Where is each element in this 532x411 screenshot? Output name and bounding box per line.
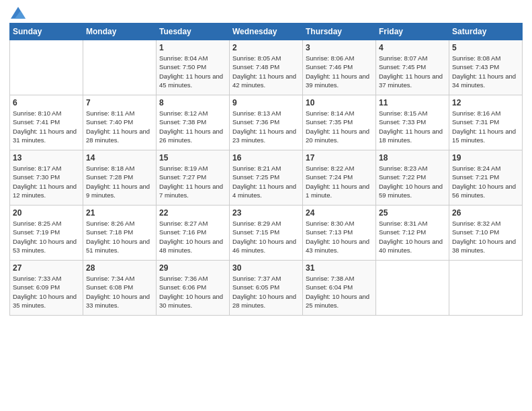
calendar-cell: 9Sunrise: 8:13 AM Sunset: 7:36 PM Daylig… — [230, 95, 303, 150]
calendar-table: SundayMondayTuesdayWednesdayThursdayFrid… — [9, 23, 523, 316]
calendar-cell: 16Sunrise: 8:21 AM Sunset: 7:25 PM Dayli… — [230, 150, 303, 205]
calendar-cell: 7Sunrise: 8:11 AM Sunset: 7:40 PM Daylig… — [83, 95, 157, 150]
calendar-cell: 21Sunrise: 8:26 AM Sunset: 7:18 PM Dayli… — [83, 205, 157, 261]
calendar-cell: 15Sunrise: 8:19 AM Sunset: 7:27 PM Dayli… — [157, 150, 230, 205]
calendar-week-row: 13Sunrise: 8:17 AM Sunset: 7:30 PM Dayli… — [10, 150, 523, 205]
day-number: 6 — [13, 98, 80, 107]
day-number: 3 — [306, 43, 373, 52]
day-info: Sunrise: 8:23 AM Sunset: 7:22 PM Dayligh… — [379, 164, 446, 199]
calendar-cell — [10, 40, 83, 95]
day-number: 5 — [452, 43, 519, 52]
calendar-cell: 2Sunrise: 8:05 AM Sunset: 7:48 PM Daylig… — [230, 40, 303, 95]
day-info: Sunrise: 7:33 AM Sunset: 6:09 PM Dayligh… — [13, 274, 80, 310]
day-info: Sunrise: 8:30 AM Sunset: 7:13 PM Dayligh… — [306, 219, 373, 255]
day-number: 28 — [86, 263, 153, 273]
column-header-sunday: Sunday — [10, 24, 83, 40]
day-number: 27 — [13, 263, 80, 273]
column-header-thursday: Thursday — [303, 24, 376, 40]
calendar-cell: 27Sunrise: 7:33 AM Sunset: 6:09 PM Dayli… — [10, 261, 83, 316]
day-number: 7 — [86, 98, 153, 107]
day-info: Sunrise: 8:25 AM Sunset: 7:19 PM Dayligh… — [13, 219, 80, 255]
day-number: 13 — [13, 153, 80, 163]
day-number: 4 — [379, 43, 446, 52]
day-info: Sunrise: 8:29 AM Sunset: 7:15 PM Dayligh… — [232, 219, 300, 255]
day-number: 18 — [379, 153, 446, 163]
day-number: 16 — [232, 153, 300, 163]
day-info: Sunrise: 8:31 AM Sunset: 7:12 PM Dayligh… — [379, 219, 446, 255]
day-number: 25 — [379, 208, 446, 218]
day-number: 21 — [86, 208, 153, 218]
calendar-cell: 18Sunrise: 8:23 AM Sunset: 7:22 PM Dayli… — [376, 150, 449, 205]
calendar-week-row: 6Sunrise: 8:10 AM Sunset: 7:41 PM Daylig… — [10, 95, 523, 150]
day-number: 20 — [13, 208, 80, 218]
calendar-cell: 4Sunrise: 8:07 AM Sunset: 7:45 PM Daylig… — [376, 40, 449, 95]
calendar-cell — [83, 40, 157, 95]
day-number: 9 — [232, 98, 300, 107]
day-number: 10 — [306, 98, 373, 107]
day-info: Sunrise: 8:17 AM Sunset: 7:30 PM Dayligh… — [13, 164, 80, 199]
day-number: 8 — [159, 98, 226, 107]
calendar-cell: 5Sunrise: 8:08 AM Sunset: 7:43 PM Daylig… — [449, 40, 523, 95]
day-info: Sunrise: 8:16 AM Sunset: 7:31 PM Dayligh… — [452, 109, 519, 144]
page-header — [9, 7, 523, 19]
day-info: Sunrise: 7:34 AM Sunset: 6:08 PM Dayligh… — [86, 274, 153, 310]
day-info: Sunrise: 7:36 AM Sunset: 6:06 PM Dayligh… — [159, 274, 226, 310]
day-info: Sunrise: 8:05 AM Sunset: 7:48 PM Dayligh… — [232, 54, 300, 89]
calendar-cell: 11Sunrise: 8:15 AM Sunset: 7:33 PM Dayli… — [376, 95, 449, 150]
column-header-wednesday: Wednesday — [230, 24, 303, 40]
day-info: Sunrise: 7:37 AM Sunset: 6:05 PM Dayligh… — [232, 274, 300, 310]
calendar-cell: 22Sunrise: 8:27 AM Sunset: 7:16 PM Dayli… — [157, 205, 230, 261]
day-number: 29 — [159, 263, 226, 273]
calendar-cell: 1Sunrise: 8:04 AM Sunset: 7:50 PM Daylig… — [157, 40, 230, 95]
day-info: Sunrise: 8:27 AM Sunset: 7:16 PM Dayligh… — [159, 219, 226, 255]
day-info: Sunrise: 8:06 AM Sunset: 7:46 PM Dayligh… — [306, 54, 373, 89]
day-info: Sunrise: 8:26 AM Sunset: 7:18 PM Dayligh… — [86, 219, 153, 255]
day-info: Sunrise: 8:08 AM Sunset: 7:43 PM Dayligh… — [452, 54, 519, 89]
calendar-cell: 14Sunrise: 8:18 AM Sunset: 7:28 PM Dayli… — [83, 150, 157, 205]
day-info: Sunrise: 8:07 AM Sunset: 7:45 PM Dayligh… — [379, 54, 446, 89]
calendar-cell: 23Sunrise: 8:29 AM Sunset: 7:15 PM Dayli… — [230, 205, 303, 261]
day-number: 23 — [232, 208, 300, 218]
calendar-cell: 17Sunrise: 8:22 AM Sunset: 7:24 PM Dayli… — [303, 150, 376, 205]
day-number: 30 — [232, 263, 300, 273]
day-info: Sunrise: 8:19 AM Sunset: 7:27 PM Dayligh… — [159, 164, 226, 199]
calendar-cell: 31Sunrise: 7:38 AM Sunset: 6:04 PM Dayli… — [303, 261, 376, 316]
day-info: Sunrise: 8:12 AM Sunset: 7:38 PM Dayligh… — [159, 109, 226, 144]
page-container: SundayMondayTuesdayWednesdayThursdayFrid… — [0, 0, 532, 322]
day-info: Sunrise: 8:21 AM Sunset: 7:25 PM Dayligh… — [232, 164, 300, 199]
calendar-week-row: 27Sunrise: 7:33 AM Sunset: 6:09 PM Dayli… — [10, 261, 523, 316]
day-info: Sunrise: 7:38 AM Sunset: 6:04 PM Dayligh… — [306, 274, 373, 310]
calendar-cell: 8Sunrise: 8:12 AM Sunset: 7:38 PM Daylig… — [157, 95, 230, 150]
day-number: 26 — [452, 208, 519, 218]
day-number: 19 — [452, 153, 519, 163]
day-number: 17 — [306, 153, 373, 163]
day-info: Sunrise: 8:10 AM Sunset: 7:41 PM Dayligh… — [13, 109, 80, 144]
column-header-friday: Friday — [376, 24, 449, 40]
calendar-week-row: 20Sunrise: 8:25 AM Sunset: 7:19 PM Dayli… — [10, 205, 523, 261]
day-info: Sunrise: 8:18 AM Sunset: 7:28 PM Dayligh… — [86, 164, 153, 199]
day-number: 31 — [306, 263, 373, 273]
calendar-cell: 24Sunrise: 8:30 AM Sunset: 7:13 PM Dayli… — [303, 205, 376, 261]
day-number: 15 — [159, 153, 226, 163]
day-info: Sunrise: 8:32 AM Sunset: 7:10 PM Dayligh… — [452, 219, 519, 255]
calendar-cell: 25Sunrise: 8:31 AM Sunset: 7:12 PM Dayli… — [376, 205, 449, 261]
calendar-cell: 6Sunrise: 8:10 AM Sunset: 7:41 PM Daylig… — [10, 95, 83, 150]
column-header-monday: Monday — [83, 24, 157, 40]
column-header-tuesday: Tuesday — [157, 24, 230, 40]
calendar-cell: 20Sunrise: 8:25 AM Sunset: 7:19 PM Dayli… — [10, 205, 83, 261]
day-number: 14 — [86, 153, 153, 163]
day-number: 12 — [452, 98, 519, 107]
day-info: Sunrise: 8:04 AM Sunset: 7:50 PM Dayligh… — [159, 54, 226, 89]
calendar-week-row: 1Sunrise: 8:04 AM Sunset: 7:50 PM Daylig… — [10, 40, 523, 95]
calendar-cell: 3Sunrise: 8:06 AM Sunset: 7:46 PM Daylig… — [303, 40, 376, 95]
day-number: 22 — [159, 208, 226, 218]
calendar-cell: 12Sunrise: 8:16 AM Sunset: 7:31 PM Dayli… — [449, 95, 523, 150]
logo — [9, 7, 26, 19]
calendar-cell: 29Sunrise: 7:36 AM Sunset: 6:06 PM Dayli… — [157, 261, 230, 316]
day-info: Sunrise: 8:24 AM Sunset: 7:21 PM Dayligh… — [452, 164, 519, 199]
day-number: 11 — [379, 98, 446, 107]
day-info: Sunrise: 8:11 AM Sunset: 7:40 PM Dayligh… — [86, 109, 153, 144]
calendar-header-row: SundayMondayTuesdayWednesdayThursdayFrid… — [10, 24, 523, 40]
day-info: Sunrise: 8:13 AM Sunset: 7:36 PM Dayligh… — [232, 109, 300, 144]
calendar-cell — [449, 261, 523, 316]
